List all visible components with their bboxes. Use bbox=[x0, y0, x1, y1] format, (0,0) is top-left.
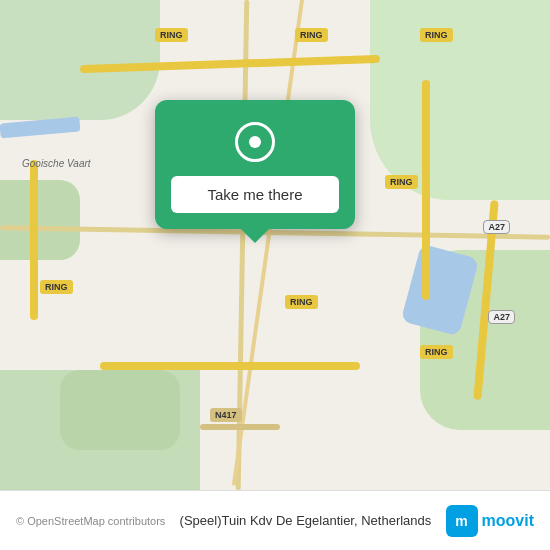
location-pin bbox=[233, 120, 277, 164]
place-label-gooische-vaart: Gooische Vaart bbox=[22, 158, 91, 169]
map-container: RING RING RING RING RING RING RING A27 A… bbox=[0, 0, 550, 490]
ring-road bbox=[100, 362, 360, 370]
pin-circle bbox=[235, 122, 275, 162]
moovit-icon: m bbox=[446, 505, 478, 537]
ring-label: RING bbox=[155, 28, 188, 42]
moovit-logo: m moovit bbox=[446, 505, 534, 537]
map-popup: Take me there bbox=[155, 100, 355, 229]
pin-dot bbox=[249, 136, 261, 148]
ring-label: RING bbox=[385, 175, 418, 189]
ring-label: RING bbox=[295, 28, 328, 42]
ring-label: RING bbox=[420, 28, 453, 42]
highway-label-a27: A27 bbox=[488, 310, 515, 324]
take-me-there-button[interactable]: Take me there bbox=[171, 176, 339, 213]
green-area bbox=[0, 0, 160, 120]
green-area bbox=[370, 0, 550, 200]
ring-label: RING bbox=[285, 295, 318, 309]
ring-label: RING bbox=[420, 345, 453, 359]
green-area bbox=[60, 370, 180, 450]
highway-label-a27: A27 bbox=[483, 220, 510, 234]
green-area bbox=[0, 180, 80, 260]
highway-n417 bbox=[200, 424, 280, 430]
bottom-bar: © OpenStreetMap contributors (Speel)Tuin… bbox=[0, 490, 550, 550]
location-title: (Speel)Tuin Kdv De Egelantier, Netherlan… bbox=[180, 513, 432, 528]
ring-road bbox=[30, 160, 38, 320]
ring-label: RING bbox=[40, 280, 73, 294]
map-attribution: © OpenStreetMap contributors bbox=[16, 515, 165, 527]
ring-road bbox=[422, 80, 430, 300]
moovit-text: moovit bbox=[482, 512, 534, 530]
n417-label: N417 bbox=[210, 408, 242, 422]
